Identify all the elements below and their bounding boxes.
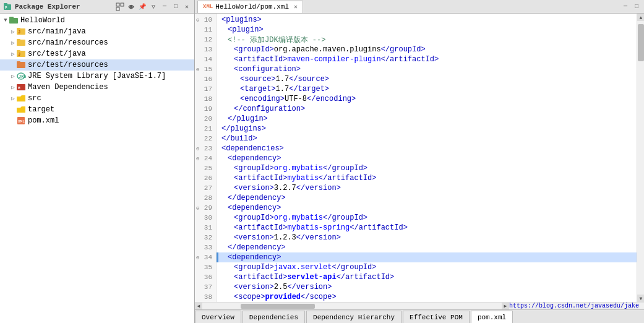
- package-explorer-panel: P Package Explorer 📌 ▽ ─ □ ✕ ▼: [0, 0, 195, 323]
- line-34[interactable]: ⊖34: [195, 252, 216, 262]
- svg-rect-1: [4, 3, 7, 5]
- code-content[interactable]: <plugins> <plugin> <!-- 添加JDK编译版本 --> <g…: [217, 14, 637, 302]
- scroll-thumb[interactable]: [638, 24, 644, 61]
- vertical-scrollbar[interactable]: ▲ ▼: [637, 14, 644, 302]
- line-10[interactable]: ⊖10: [195, 15, 216, 25]
- fold-marker-10: ⊖: [196, 17, 199, 24]
- tree-item-src-test-resources[interactable]: src/test/resources: [0, 59, 194, 71]
- minimize-editor-icon[interactable]: ─: [620, 2, 630, 12]
- tab-pom-xml[interactable]: pom.xml: [471, 311, 513, 323]
- tree-item-target[interactable]: target: [0, 104, 194, 115]
- pin-icon[interactable]: 📌: [137, 2, 147, 12]
- tree-item-src[interactable]: ▷ src: [0, 93, 194, 104]
- tab-dep-hierarchy[interactable]: Dependency Hierarchy: [306, 311, 401, 323]
- h-scroll-thumb[interactable]: [241, 304, 315, 309]
- code-line-17: <target>1.7</target>: [217, 84, 637, 94]
- tag-plugins-open: <plugins>: [221, 15, 262, 24]
- line-19: 19: [195, 104, 216, 114]
- code-line-11: <plugin>: [217, 25, 637, 35]
- tab-dep-hierarchy-label: Dependency Hierarchy: [313, 314, 395, 321]
- maximize-icon[interactable]: □: [171, 2, 181, 12]
- code-line-21: </plugins>: [217, 124, 637, 134]
- tab-effective-pom[interactable]: Effective POM: [403, 311, 470, 323]
- code-line-22: </build>: [217, 134, 637, 144]
- src-folder-icon: [16, 94, 26, 103]
- tree-item-jre[interactable]: ▷ JRE JRE System Library [JavaSE-1.7]: [0, 71, 194, 82]
- minimize-icon[interactable]: ─: [160, 2, 170, 12]
- helloworld-label: HelloWorld: [20, 16, 65, 25]
- tree-item-src-main-java[interactable]: ▷ J src/main/java: [0, 26, 194, 37]
- src-test-resources-icon: [16, 61, 26, 69]
- fold-marker-34: ⊖: [196, 254, 199, 261]
- scroll-right-arrow[interactable]: ▶: [502, 303, 509, 310]
- tree-item-maven-deps[interactable]: ▷ M Maven Dependencies: [0, 82, 194, 93]
- src-main-java-label: src/main/java: [28, 27, 86, 36]
- svg-text:P: P: [5, 6, 7, 10]
- code-line-38: <scope>provided</scope>: [217, 292, 637, 302]
- tree-item-src-test-java[interactable]: ▷ J src/test/java: [0, 48, 194, 59]
- src-main-resources-label: src/main/resources: [28, 38, 108, 47]
- line-30: 30: [195, 213, 216, 223]
- tab-overview[interactable]: Overview: [195, 311, 241, 323]
- line-37: 37: [195, 282, 216, 292]
- maven-icon: M: [16, 83, 26, 92]
- link-editor-icon[interactable]: [126, 2, 136, 12]
- horizontal-scrollbar[interactable]: ◀ ▶ https://blog.csdn.net/javasedu/jake: [195, 302, 644, 309]
- code-line-26: <artifactId>mybatis</artifactId>: [217, 173, 637, 183]
- tab-dependencies[interactable]: Dependencies: [243, 311, 305, 323]
- line-25: 25: [195, 163, 216, 173]
- svg-text:XML: XML: [18, 119, 25, 124]
- line-16: 16: [195, 74, 216, 84]
- code-line-20: </plugin>: [217, 114, 637, 124]
- collapse-all-icon[interactable]: [115, 2, 125, 12]
- panel-header: P Package Explorer 📌 ▽ ─ □ ✕: [0, 0, 194, 14]
- line-17: 17: [195, 84, 216, 94]
- tree-arrow-src-test-res: [10, 62, 16, 68]
- tree-arrow-src-main-java: ▷: [10, 28, 16, 35]
- svg-rect-18: [17, 61, 20, 63]
- line-15[interactable]: ⊖15: [195, 64, 216, 74]
- maven-deps-label: Maven Dependencies: [28, 83, 108, 92]
- scroll-down-arrow[interactable]: ▼: [637, 295, 644, 302]
- scroll-up-arrow[interactable]: ▲: [637, 14, 644, 21]
- line-29[interactable]: ⊖29: [195, 203, 216, 213]
- code-line-13: <groupId>org.apache.maven.plugins</group…: [217, 45, 637, 54]
- line-24[interactable]: ⊖24: [195, 153, 216, 163]
- tab-dependencies-label: Dependencies: [249, 314, 298, 321]
- tree-item-src-main-resources[interactable]: ▷ src/main/resources: [0, 37, 194, 48]
- svg-rect-4: [121, 3, 124, 6]
- code-line-19: </configuration>: [217, 104, 637, 114]
- line-23[interactable]: ⊖23: [195, 144, 216, 153]
- tree-item-helloworld[interactable]: ▼ HelloWorld: [0, 15, 194, 26]
- menu-down-icon[interactable]: ▽: [148, 2, 158, 12]
- scroll-track[interactable]: [637, 21, 644, 295]
- close-panel-icon[interactable]: ✕: [182, 2, 192, 12]
- src-main-java-icon: J: [16, 27, 26, 36]
- svg-text:J: J: [18, 30, 20, 35]
- code-line-31: <artifactId>mybatis-spring</artifactId>: [217, 223, 637, 233]
- pom-tab-close[interactable]: ✕: [294, 3, 298, 11]
- editor-tab-pom[interactable]: XML HelloWorld/pom.xml ✕: [197, 1, 303, 13]
- tree-arrow-maven: ▷: [10, 84, 16, 91]
- maximize-editor-icon[interactable]: □: [632, 2, 642, 12]
- helloworld-icon: [9, 16, 19, 25]
- tree-arrow-src-main-res: ▷: [10, 40, 16, 46]
- scroll-left-arrow[interactable]: ◀: [195, 303, 202, 310]
- h-scroll-track[interactable]: [210, 303, 494, 309]
- svg-rect-13: [17, 39, 20, 41]
- tree-item-pom-xml[interactable]: XML pom.xml: [0, 115, 194, 126]
- code-editor: ⊖10 11 12 13 14 ⊖15 16 17 18 19 20 21 22…: [195, 14, 644, 302]
- line-20: 20: [195, 114, 216, 124]
- tab-overview-label: Overview: [202, 314, 234, 321]
- line-35: 35: [195, 262, 216, 272]
- line-38: 38: [195, 292, 216, 302]
- tree-arrow-src: ▷: [10, 95, 16, 102]
- jre-label: JRE System Library [JavaSE-1.7]: [28, 72, 166, 80]
- pom-tab-icon: XML: [203, 4, 213, 10]
- line-22: 22: [195, 134, 216, 144]
- line-28: 28: [195, 193, 216, 203]
- code-line-15: <configuration>: [217, 64, 637, 74]
- project-icon: P: [2, 2, 12, 12]
- code-line-24: <dependency>: [217, 153, 637, 163]
- line-11: 11: [195, 25, 216, 35]
